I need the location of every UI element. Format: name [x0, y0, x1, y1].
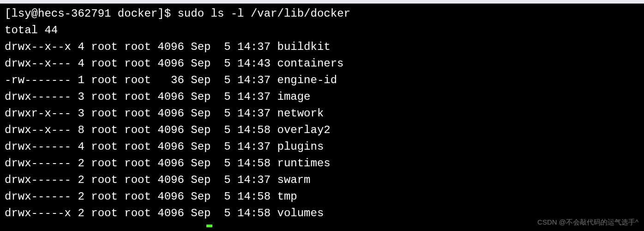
listing-row: drwx------ 3 root root 4096 Sep 5 14:37 … [5, 89, 639, 105]
watermark-text: CSDN @不会敲代码的运气选手^ [537, 217, 638, 228]
terminal-cursor [206, 225, 212, 227]
terminal-output[interactable]: [lsy@hecs-362791 docker]$ sudo ls -l /va… [0, 4, 644, 224]
listing-row: drwx------ 2 root root 4096 Sep 5 14:37 … [5, 172, 639, 188]
listing-row: drwx------ 2 root root 4096 Sep 5 14:58 … [5, 188, 639, 205]
listing-row: drwxr-x--- 3 root root 4096 Sep 5 14:37 … [5, 105, 639, 122]
listing-row: drwx--x--- 8 root root 4096 Sep 5 14:58 … [5, 122, 639, 139]
prompt-line: [lsy@hecs-362791 docker]$ sudo ls -l /va… [5, 6, 639, 22]
total-line: total 44 [5, 22, 639, 39]
window-titlebar-sliver [0, 0, 644, 4]
listing-row: drwx--x--x 4 root root 4096 Sep 5 14:37 … [5, 39, 639, 55]
command-text: sudo ls -l /var/lib/docker [177, 7, 350, 20]
listing-row: drwx------ 4 root root 4096 Sep 5 14:37 … [5, 139, 639, 155]
directory-listing: drwx--x--x 4 root root 4096 Sep 5 14:37 … [5, 39, 639, 222]
listing-row: drwx------ 2 root root 4096 Sep 5 14:58 … [5, 155, 639, 172]
shell-prompt: [lsy@hecs-362791 docker]$ [5, 7, 177, 20]
listing-row: drwx--x--- 4 root root 4096 Sep 5 14:43 … [5, 55, 639, 72]
listing-row: -rw------- 1 root root 36 Sep 5 14:37 en… [5, 72, 639, 89]
